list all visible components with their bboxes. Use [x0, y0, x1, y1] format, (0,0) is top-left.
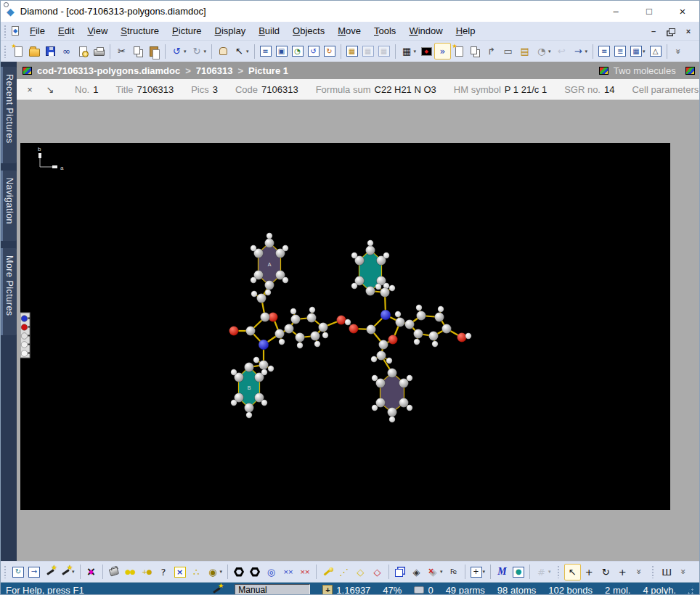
menu-help[interactable]: Help [449, 23, 482, 38]
center-view-dropdown-icon[interactable]: ▾ [483, 569, 486, 575]
print-preview-button[interactable] [75, 43, 91, 60]
select-pointer-dropdown-icon[interactable]: ▾ [246, 49, 249, 54]
document-icon[interactable] [12, 26, 19, 36]
mdi-close-button[interactable]: × [683, 26, 693, 36]
ring-templates-button[interactable]: ◎ [263, 564, 280, 580]
split-window-button[interactable]: ▣ [274, 43, 290, 60]
data-brief-button[interactable]: ▦▾ [399, 43, 419, 60]
mdi-restore-button[interactable] [666, 26, 676, 36]
next-picture-dropdown-icon[interactable]: ▾ [585, 49, 588, 54]
polygon-ring-yellow-button[interactable]: ◇ [352, 564, 369, 580]
navigation-tree-button[interactable]: ≡ [258, 43, 274, 60]
select-pointer-button[interactable]: ↖▾ [231, 43, 251, 60]
open-document-button[interactable] [26, 43, 42, 60]
fe-environment-button[interactable]: Fe [445, 564, 462, 580]
structure-canvas[interactable]: ABba [20, 143, 670, 510]
menu-objects[interactable]: Objects [286, 23, 331, 38]
copy-button[interactable] [130, 43, 146, 60]
next-picture-button[interactable]: →▾ [570, 43, 590, 60]
new-data-sheet-button[interactable]: ▦ [344, 43, 360, 60]
copy-picture-button[interactable] [467, 43, 483, 60]
connect-atoms-button[interactable]: × [172, 564, 188, 580]
toolbar-grip[interactable] [4, 565, 7, 578]
picture-history-button[interactable]: ◔▾ [533, 43, 553, 60]
render-settings-button[interactable]: ● [510, 564, 526, 580]
breadcrumb-structure[interactable]: 7106313 [196, 65, 233, 76]
breadcrumb-picture[interactable]: Picture 1 [248, 65, 288, 76]
menu-picture[interactable]: Picture [166, 23, 208, 38]
new-document-button[interactable] [10, 43, 26, 60]
close-button[interactable]: × [666, 1, 699, 22]
toolbar-overflow-button[interactable]: » [670, 43, 687, 60]
bond-rings-button[interactable]: ⋰ [335, 564, 352, 580]
picture-history-dropdown-icon[interactable]: ▾ [548, 49, 551, 54]
remove-polyhedra-button[interactable]: ◈×▾ [425, 564, 445, 580]
table-pane-dropdown-icon[interactable]: ▾ [643, 49, 646, 54]
remove-polyhedra-dropdown-icon[interactable]: ▾ [440, 569, 443, 575]
distances-angles-button[interactable]: △ [648, 43, 664, 60]
measurement-mode-button[interactable]: M [494, 564, 510, 580]
grid-overlay-dropdown-icon[interactable]: ▾ [548, 569, 551, 575]
menu-window[interactable]: Window [402, 23, 449, 38]
update-view-button[interactable]: ↻ [322, 43, 338, 60]
menu-structure[interactable]: Structure [114, 23, 166, 38]
picture-tab-two-molecules[interactable]: Two molecules [614, 65, 676, 76]
new-picture-button[interactable] [451, 43, 467, 60]
history-button[interactable]: ◔ [290, 43, 306, 60]
paste-button[interactable] [146, 43, 162, 60]
create-bond-button[interactable] [320, 564, 335, 580]
breadcrumb-document[interactable]: cod-7106313-polygons.diamdoc [37, 65, 180, 76]
menu-view[interactable]: View [81, 23, 114, 38]
unit-cell-cube-button[interactable] [392, 564, 408, 580]
picture-thumbnail-button[interactable]: ▭ [500, 43, 516, 60]
picture-creation-assistant-button[interactable] [42, 564, 58, 580]
grow-cluster-button[interactable]: ∴ [188, 564, 205, 580]
grid-overlay-button[interactable]: #▾ [533, 564, 553, 580]
info-close-icon[interactable]: × [24, 84, 36, 95]
zoom-mode-button[interactable]: + [581, 564, 598, 580]
content-list-button[interactable]: ≡ [596, 43, 612, 60]
pointer-mode-button[interactable]: ↖ [564, 564, 581, 580]
properties-pane-button[interactable]: ≣ [612, 43, 628, 60]
maximize-button[interactable]: □ [632, 1, 666, 22]
build-ring-blue-button[interactable] [231, 564, 247, 580]
undo-button[interactable]: ↺▾ [168, 43, 189, 60]
picture-viewport-button[interactable] [418, 43, 434, 60]
center-view-button[interactable]: +▾ [468, 564, 488, 580]
mode-overflow-button[interactable]: » [631, 564, 648, 580]
rotate-mode-button[interactable]: ↻ [598, 564, 614, 580]
table-pane-button[interactable]: ▦▾ [628, 43, 648, 60]
previous-picture-button[interactable]: ↩ [553, 43, 570, 60]
toolbar-grip[interactable] [4, 45, 7, 58]
menu-file[interactable]: File [23, 23, 52, 38]
pan-hand-button[interactable] [215, 43, 231, 60]
menu-build[interactable]: Build [252, 23, 286, 38]
coordination-spheres-dropdown-icon[interactable]: ▾ [220, 569, 223, 575]
menubar-grip[interactable] [4, 25, 7, 38]
print-button[interactable] [91, 43, 107, 60]
translate-mode-button[interactable]: + [614, 564, 631, 580]
undo-dropdown-icon[interactable]: ▾ [184, 49, 187, 54]
build-ring-yellow-button[interactable] [247, 564, 263, 580]
menu-tools[interactable]: Tools [367, 23, 402, 38]
fill-unit-cell-button[interactable] [106, 564, 122, 580]
sidebar-tab-recent-pictures[interactable]: Recent Pictures [1, 67, 17, 163]
complete-fragments-button[interactable]: ? [155, 564, 172, 580]
mdi-minimize-button[interactable]: – [648, 26, 659, 36]
menu-display[interactable]: Display [208, 23, 253, 38]
cut-button[interactable]: ✂ [113, 43, 130, 60]
redo-button[interactable]: ↻▾ [189, 43, 209, 60]
mode-selector[interactable]: Manual [235, 584, 310, 595]
remove-rings-button[interactable]: ×× [280, 564, 296, 580]
minimize-button[interactable]: – [599, 1, 632, 22]
menu-edit[interactable]: Edit [52, 23, 81, 38]
duplicate-picture-button[interactable]: ↱ [483, 43, 500, 60]
sidebar-tab-navigation[interactable]: Navigation [1, 171, 17, 241]
assistant-options-button[interactable]: ▾ [58, 564, 77, 580]
picture-gallery-button[interactable]: ▤ [516, 43, 533, 60]
tools-overflow-button[interactable]: » [675, 564, 692, 580]
find-button[interactable]: ∞ [58, 43, 75, 60]
sidebar-tab-more-pictures[interactable]: More Pictures [1, 248, 17, 335]
redo-dropdown-icon[interactable]: ▾ [204, 49, 207, 54]
data-sheet-prev-button[interactable]: ▦ [360, 43, 376, 60]
